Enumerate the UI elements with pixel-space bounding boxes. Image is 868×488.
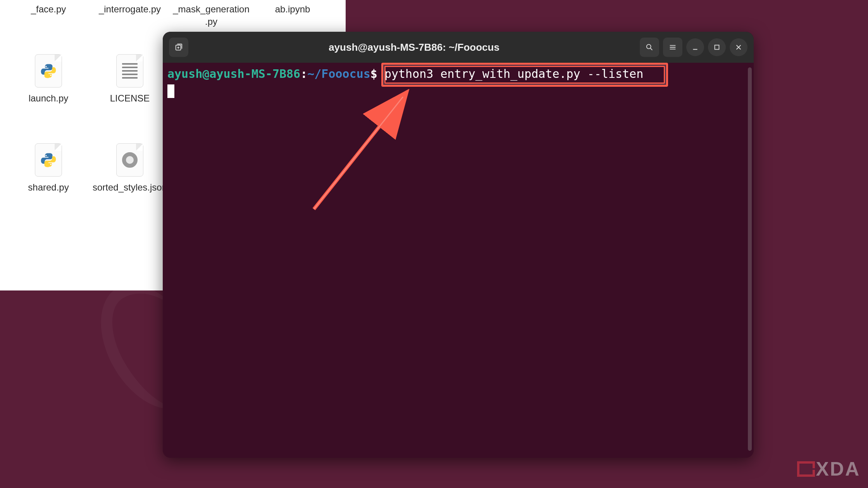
file-label: sorted_styles.json (93, 181, 167, 194)
terminal-titlebar: ayush@ayush-MS-7B86: ~/Fooocus (163, 32, 754, 63)
file-label: LICENSE (110, 92, 150, 105)
prompt-colon: : (300, 67, 307, 81)
file-item-launch-py[interactable]: launch.py (8, 35, 89, 124)
python-file-icon (35, 143, 62, 177)
file-label: ab.ipynb (275, 3, 310, 15)
new-tab-button[interactable] (169, 38, 188, 57)
close-button[interactable] (730, 38, 747, 56)
file-item[interactable]: _interrogate.py (89, 0, 170, 35)
svg-point-1 (647, 45, 651, 49)
file-item-sorted-styles-json[interactable]: sorted_styles.json (89, 124, 170, 213)
terminal-cursor (167, 84, 174, 98)
text-file-icon (116, 54, 143, 88)
file-label: _mask_generation.py (172, 3, 250, 28)
prompt-dollar: $ (370, 67, 377, 81)
file-label: launch.py (29, 92, 69, 105)
hamburger-menu-button[interactable] (663, 38, 682, 57)
file-label: _face.py (31, 3, 66, 15)
minimize-button[interactable] (686, 38, 704, 56)
file-item[interactable]: ab.ipynb (252, 0, 333, 35)
file-label: shared.py (28, 181, 69, 194)
xda-text: XDA (816, 458, 860, 480)
prompt-path: ~/Fooocus (307, 67, 370, 81)
search-button[interactable] (640, 38, 659, 57)
terminal-scrollbar[interactable] (748, 67, 752, 451)
maximize-button[interactable] (708, 38, 726, 56)
xda-watermark: XDA (797, 458, 860, 480)
file-item-license[interactable]: LICENSE (89, 35, 170, 124)
python-file-icon (35, 54, 62, 88)
file-item[interactable]: _mask_generation.py (170, 0, 252, 35)
terminal-window: ayush@ayush-MS-7B86: ~/Fooocus ayush@ayu… (163, 32, 754, 458)
file-item-shared-py[interactable]: shared.py (8, 124, 89, 213)
file-label: _interrogate.py (99, 3, 161, 15)
svg-rect-2 (715, 45, 719, 50)
json-file-icon (116, 143, 143, 177)
prompt-user: ayush@ayush-MS-7B86 (167, 67, 300, 81)
file-item[interactable]: _face.py (8, 0, 89, 35)
terminal-body[interactable]: ayush@ayush-MS-7B86:~/Fooocus$ python3 e… (163, 63, 754, 458)
terminal-title: ayush@ayush-MS-7B86: ~/Fooocus (192, 41, 636, 53)
xda-logo-icon (797, 461, 813, 477)
terminal-command: python3 entry_with_update.py --listen (384, 67, 643, 81)
